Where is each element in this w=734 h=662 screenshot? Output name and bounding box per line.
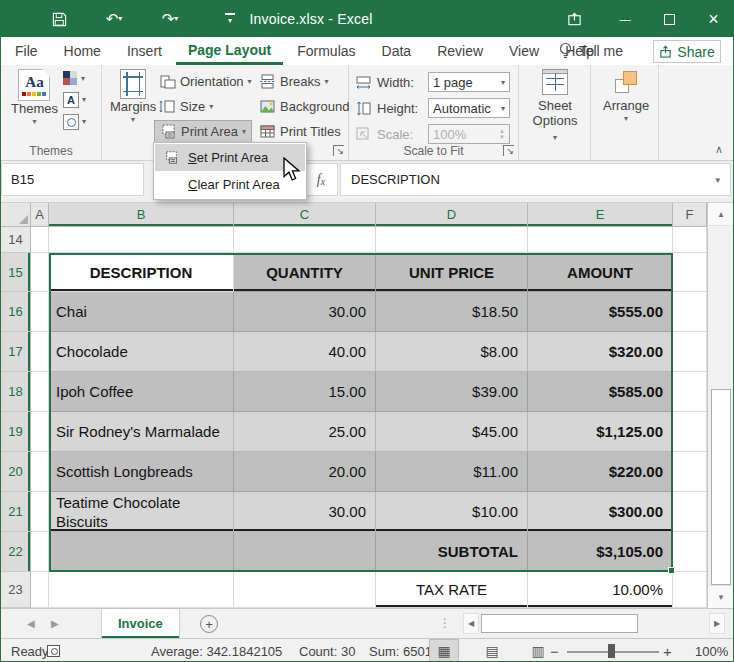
cell-active-b15[interactable]: DESCRIPTION [49,253,234,292]
cell[interactable] [376,227,528,253]
cell[interactable]: AMOUNT [528,253,673,292]
cell[interactable]: Teatime Chocolate Biscuits [49,492,234,532]
formula-input[interactable]: DESCRIPTION ▾ [340,163,731,196]
next-sheet-icon[interactable]: ▶ [51,609,59,638]
cell[interactable]: $39.00 [376,372,528,412]
cell[interactable]: Chocolade [49,332,234,372]
cell[interactable]: $10.00 [376,492,528,532]
cell[interactable] [31,532,49,572]
column-header-a[interactable]: A [31,203,49,227]
sheet-options-button[interactable]: Sheet Options ▾ [529,69,581,145]
cell[interactable]: $8.00 [376,332,528,372]
undo-icon[interactable]: ↶▾ [97,1,131,37]
cell[interactable] [673,452,707,492]
cell[interactable]: 30.00 [234,492,376,532]
tab-view[interactable]: View [497,37,551,65]
zoom-in-icon[interactable]: + [663,639,672,662]
horizontal-scrollbar-thumb[interactable] [481,614,638,633]
collapse-ribbon-icon[interactable]: ∧ [715,143,723,156]
cell[interactable]: Ipoh Coffee [49,372,234,412]
cell[interactable] [31,332,49,372]
tab-page-layout[interactable]: Page Layout [176,37,283,65]
cell[interactable] [234,227,376,253]
cell[interactable] [31,253,49,292]
cell[interactable]: TAX RATE [376,572,528,608]
cell[interactable] [673,292,707,332]
cell[interactable] [31,372,49,412]
macro-record-icon[interactable] [47,639,60,662]
sheet-tab-invoice[interactable]: Invoice [101,609,180,638]
row-header-20[interactable]: 20 [1,452,31,492]
cell[interactable]: $320.00 [528,332,673,372]
scroll-down-icon[interactable]: ▼ [708,585,734,608]
cell[interactable] [234,572,376,608]
zoom-out-icon[interactable]: − [550,639,559,662]
tab-file[interactable]: File [3,37,50,65]
scroll-left-icon[interactable]: ◀ [463,613,479,634]
tab-insert[interactable]: Insert [115,37,174,65]
row-header-17[interactable]: 17 [1,332,31,372]
row-header-15[interactable]: 15 [1,253,31,292]
row-header-18[interactable]: 18 [1,372,31,412]
cell[interactable] [31,492,49,532]
cell[interactable] [31,572,49,608]
page-layout-view-icon[interactable]: ▤ [477,639,507,662]
breaks-button[interactable]: Breaks▾ [254,70,333,93]
horizontal-scrollbar[interactable]: ◀ ▶ [463,613,725,634]
cell[interactable] [49,532,234,572]
tell-me-button[interactable]: Tell me [559,37,623,65]
cell[interactable]: $3,105.00 [528,532,673,572]
cell[interactable]: 25.00 [234,412,376,452]
row-header-16[interactable]: 16 [1,292,31,332]
row-header-21[interactable]: 21 [1,492,31,532]
cell[interactable] [31,227,49,253]
normal-view-icon[interactable]: ▦ [429,639,459,662]
scale-to-fit-dialog-launcher-icon[interactable]: ↘ [503,145,514,156]
select-all-button[interactable] [1,203,31,227]
page-setup-dialog-launcher-icon[interactable]: ↘ [333,145,344,156]
column-header-e[interactable]: E [528,203,673,227]
minimize-button[interactable]: ─ [605,1,645,37]
cell[interactable]: $11.00 [376,452,528,492]
cell[interactable]: 40.00 [234,332,376,372]
cell[interactable] [673,253,707,292]
cell[interactable] [673,372,707,412]
cell[interactable] [31,412,49,452]
vertical-scrollbar-thumb[interactable] [711,389,731,585]
scroll-up-icon[interactable]: ▲ [708,203,734,226]
orientation-button[interactable]: Orientation▾ [154,70,257,93]
cell[interactable]: 30.00 [234,292,376,332]
cell[interactable] [31,292,49,332]
cell[interactable]: Chai [49,292,234,332]
row-header-19[interactable]: 19 [1,412,31,452]
cell[interactable]: $300.00 [528,492,673,532]
new-sheet-button[interactable]: + [200,615,218,633]
name-box[interactable]: B15 [1,163,144,196]
cell[interactable]: Scottish Longbreads [49,452,234,492]
row-header-22[interactable]: 22 [1,532,31,572]
column-header-c[interactable]: C [234,203,376,227]
tab-formulas[interactable]: Formulas [285,37,367,65]
cell[interactable]: 15.00 [234,372,376,412]
cell[interactable] [49,572,234,608]
cell[interactable] [673,227,707,253]
insert-function-button[interactable]: fx [304,163,338,196]
cell[interactable] [673,492,707,532]
vertical-scrollbar[interactable]: ▲ ▼ [707,203,734,608]
margins-button[interactable]: Margins ▾ [110,69,156,124]
cell[interactable]: 10.00% [528,572,673,608]
theme-colors-button[interactable]: ▾ [63,71,86,86]
cell[interactable]: 20.00 [234,452,376,492]
ribbon-display-options-icon[interactable] [557,1,591,37]
cell[interactable]: $220.00 [528,452,673,492]
theme-effects-button[interactable]: ▾ [63,114,86,130]
tab-data[interactable]: Data [370,37,424,65]
zoom-slider-thumb[interactable] [608,644,615,658]
print-titles-button[interactable]: Print Titles [254,120,346,143]
share-button[interactable]: Share [653,40,721,63]
page-break-preview-icon[interactable]: ▥ [523,639,553,662]
cell[interactable]: QUANTITY [234,253,376,292]
cell[interactable] [234,532,376,572]
theme-fonts-button[interactable]: A▾ [63,92,86,108]
save-icon[interactable] [45,1,73,37]
